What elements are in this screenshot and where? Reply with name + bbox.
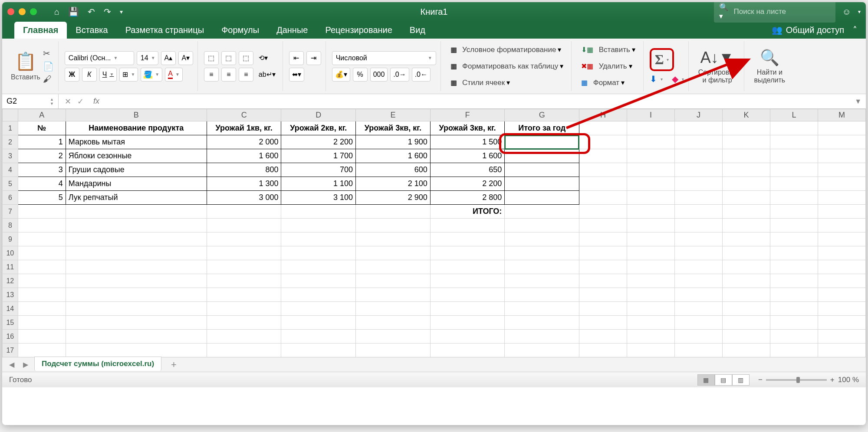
cell[interactable]: 1 900 [356, 135, 431, 149]
share-button[interactable]: 👥 Общий доступ ˄ [763, 21, 866, 39]
tab-home[interactable]: Главная [14, 22, 67, 39]
sheet-tab[interactable]: Подсчет суммы (microexcel.ru) [34, 357, 161, 371]
cell[interactable] [722, 177, 770, 191]
cell[interactable] [722, 246, 770, 260]
format-painter-icon[interactable]: 🖌 [43, 74, 54, 84]
fx-label[interactable]: fx [90, 97, 99, 106]
cell[interactable] [207, 288, 281, 302]
cell[interactable] [281, 302, 356, 316]
col-header-G[interactable]: G [505, 109, 579, 121]
cell[interactable]: Лук репчатый [66, 191, 207, 205]
zoom-in-button[interactable]: + [830, 376, 835, 384]
cell[interactable] [722, 232, 770, 246]
cell[interactable] [674, 330, 722, 344]
underline-button[interactable]: Ч▼ [99, 68, 117, 82]
cell[interactable] [579, 344, 627, 357]
cell[interactable] [627, 135, 674, 149]
cell[interactable] [207, 274, 281, 288]
cell[interactable] [356, 302, 431, 316]
align-right-button[interactable]: ≡ [239, 68, 253, 82]
cell[interactable] [627, 219, 674, 232]
cell[interactable] [579, 260, 627, 274]
cell[interactable] [722, 191, 770, 205]
cell[interactable]: 4 [18, 177, 66, 191]
cell[interactable] [66, 205, 207, 219]
cell[interactable] [722, 163, 770, 177]
cell[interactable] [281, 316, 356, 330]
cell[interactable]: Итого за год [505, 121, 579, 135]
font-size-select[interactable]: 14▼ [137, 51, 158, 65]
tab-view[interactable]: Вид [401, 22, 434, 39]
row-header[interactable]: 1 [3, 121, 18, 135]
cell[interactable] [505, 260, 579, 274]
cell[interactable] [356, 330, 431, 344]
cell[interactable] [356, 232, 431, 246]
cell[interactable] [674, 274, 722, 288]
cell[interactable] [18, 232, 66, 246]
cell[interactable]: 700 [281, 163, 356, 177]
cell[interactable] [770, 149, 818, 163]
col-header-H[interactable]: H [579, 109, 627, 121]
cell[interactable] [722, 135, 770, 149]
view-normal-button[interactable]: ▦ [697, 374, 715, 386]
cell[interactable] [18, 288, 66, 302]
cell[interactable] [674, 246, 722, 260]
cell[interactable] [356, 316, 431, 330]
cell[interactable] [770, 121, 818, 135]
tab-data[interactable]: Данные [268, 22, 316, 39]
cell[interactable]: № [18, 121, 66, 135]
cell[interactable] [356, 274, 431, 288]
col-header-I[interactable]: I [627, 109, 674, 121]
cell[interactable] [66, 316, 207, 330]
wrap-text-button[interactable]: ab↵▾ [256, 68, 278, 82]
cell[interactable] [207, 316, 281, 330]
conditional-formatting-button[interactable]: ▦ Условное форматирование ▾ [447, 43, 567, 57]
cell[interactable] [356, 205, 431, 219]
cell[interactable] [505, 302, 579, 316]
cell[interactable] [579, 121, 627, 135]
cell[interactable] [818, 302, 865, 316]
cell[interactable] [674, 163, 722, 177]
cell[interactable] [430, 219, 505, 232]
cell[interactable] [579, 219, 627, 232]
cell[interactable] [770, 205, 818, 219]
row-header[interactable]: 5 [3, 177, 18, 191]
undo-icon[interactable]: ↶ [88, 7, 95, 17]
cell[interactable] [356, 246, 431, 260]
close-window-button[interactable] [7, 8, 14, 15]
decrease-decimal-button[interactable]: .0← [412, 68, 431, 82]
row-header[interactable]: 9 [3, 232, 18, 246]
row-header[interactable]: 14 [3, 302, 18, 316]
cell[interactable] [770, 288, 818, 302]
insert-cells-button[interactable]: ⬇▦ Вставить ▾ [578, 43, 639, 57]
cell[interactable]: 1 500 [430, 135, 505, 149]
tab-formulas[interactable]: Формулы [213, 22, 268, 39]
cell[interactable]: 2 000 [207, 135, 281, 149]
cell[interactable] [627, 344, 674, 357]
cell[interactable] [505, 344, 579, 357]
cell[interactable] [818, 135, 865, 149]
cell[interactable] [627, 163, 674, 177]
cell[interactable] [674, 316, 722, 330]
cell[interactable]: Урожай 1кв, кг. [207, 121, 281, 135]
col-header-C[interactable]: C [207, 109, 281, 121]
sheet-next-button[interactable]: ▶ [20, 360, 31, 369]
row-header[interactable]: 8 [3, 219, 18, 232]
cell[interactable]: 800 [207, 163, 281, 177]
cell[interactable]: 2 200 [281, 135, 356, 149]
name-box[interactable]: G2 ▲▼ [2, 94, 59, 108]
increase-decimal-button[interactable]: .0→ [390, 68, 409, 82]
cell[interactable]: 1 [18, 135, 66, 149]
cell-styles-button[interactable]: ▦ Стили ячеек ▾ [447, 76, 567, 90]
cell[interactable]: 600 [356, 163, 431, 177]
cell[interactable] [579, 135, 627, 149]
cell[interactable]: 2 200 [430, 177, 505, 191]
cell[interactable] [356, 260, 431, 274]
cell[interactable] [770, 246, 818, 260]
cell[interactable] [505, 219, 579, 232]
cell[interactable] [674, 191, 722, 205]
row-header[interactable]: 15 [3, 316, 18, 330]
cell[interactable] [281, 288, 356, 302]
cell[interactable] [579, 288, 627, 302]
cell[interactable] [207, 344, 281, 357]
